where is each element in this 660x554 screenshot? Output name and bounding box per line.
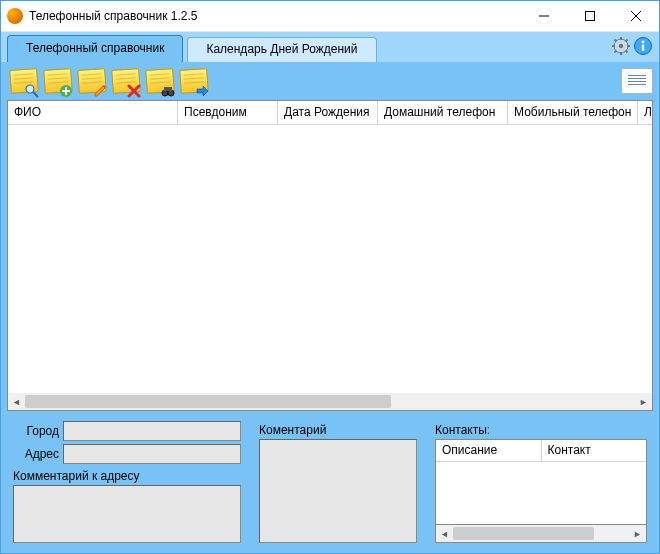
app-window: Телефонный справочник 1.2.5 Телефонный с… [0,0,660,554]
magnifier-icon [25,84,39,98]
grid-header: ФИО Псевдоним Дата Рождения Домашний тел… [8,101,652,125]
arrow-right-icon [195,84,209,98]
minimize-button[interactable] [521,1,567,31]
svg-marker-22 [95,86,105,96]
window-title: Телефонный справочник 1.2.5 [29,9,197,23]
address-label: Адрес [13,447,59,461]
scroll-left-icon[interactable]: ◄ [436,525,453,542]
grid-hscrollbar[interactable]: ◄ ► [8,393,652,410]
settings-button[interactable] [611,36,631,56]
svg-line-10 [615,40,617,42]
close-icon [631,11,641,21]
scroll-right-icon[interactable]: ► [629,525,646,542]
about-button[interactable] [633,36,653,56]
svg-point-17 [26,85,34,93]
col-contact[interactable]: Контакт [542,440,647,462]
svg-marker-29 [197,86,208,96]
svg-point-15 [642,41,645,44]
col-more[interactable]: Л [638,101,652,125]
col-dob[interactable]: Дата Рождения [278,101,378,125]
scroll-left-icon[interactable]: ◄ [8,393,25,410]
grid-body[interactable] [8,125,652,393]
addr-comment-label: Комментарий к адресу [13,469,241,483]
addr-comment-input[interactable] [13,485,241,543]
col-desc[interactable]: Описание [436,440,542,462]
contacts-hscrollbar[interactable]: ◄ ► [435,525,647,543]
close-button[interactable] [613,1,659,31]
col-alias[interactable]: Псевдоним [178,101,278,125]
col-fio[interactable]: ФИО [8,101,178,125]
address-panel: Город Адрес Комментарий к адресу [7,417,247,547]
comment-input[interactable] [259,439,417,543]
svg-rect-16 [642,45,644,52]
svg-rect-1 [586,12,595,21]
tab-calendar[interactable]: Календарь Дней Рождений [187,37,376,62]
content-area: ФИО Псевдоним Дата Рождения Домашний тел… [1,100,659,553]
list-view-button[interactable] [621,68,653,94]
export-button[interactable] [177,64,211,98]
titlebar: Телефонный справочник 1.2.5 [1,1,659,32]
scroll-thumb[interactable] [453,527,594,540]
svg-line-18 [33,92,38,97]
tab-directory[interactable]: Телефонный справочник [7,35,183,62]
maximize-icon [585,11,595,21]
svg-line-11 [626,51,628,53]
city-label: Город [13,424,59,438]
contacts-grid-header: Описание Контакт [435,439,647,462]
delete-button[interactable] [109,64,143,98]
contacts-panel: Контакты: Описание Контакт ◄ ► [429,417,653,547]
address-input[interactable] [63,444,241,464]
new-note-button[interactable] [7,64,41,98]
x-icon [127,84,141,98]
scroll-thumb[interactable] [25,395,391,408]
details-area: Город Адрес Комментарий к адресу Комента… [7,417,653,547]
contacts-label: Контакты: [435,423,647,437]
plus-icon [59,84,73,98]
city-input[interactable] [63,421,241,441]
contacts-grid[interactable]: ФИО Псевдоним Дата Рождения Домашний тел… [7,100,653,411]
minimize-icon [539,11,549,21]
app-icon [7,8,23,24]
binoculars-icon [161,84,175,98]
comment-label: Коментарий [259,423,417,437]
maximize-button[interactable] [567,1,613,31]
svg-point-5 [619,44,623,48]
scroll-track[interactable] [453,525,629,542]
svg-line-12 [615,51,617,53]
svg-rect-28 [164,87,172,91]
toolbar [1,62,659,100]
list-icon [628,75,646,87]
scroll-track[interactable] [25,393,635,410]
gear-icon [611,36,631,56]
pencil-icon [93,84,107,98]
add-button[interactable] [41,64,75,98]
col-home[interactable]: Домашний телефон [378,101,508,125]
scroll-right-icon[interactable]: ► [635,393,652,410]
tabstrip: Телефонный справочник Календарь Дней Рож… [1,32,659,62]
contacts-grid-body[interactable] [435,462,647,525]
col-mobile[interactable]: Мобильный телефон [508,101,638,125]
search-button[interactable] [143,64,177,98]
edit-button[interactable] [75,64,109,98]
comment-panel: Коментарий [253,417,423,547]
info-icon [633,36,653,56]
svg-line-13 [626,40,628,42]
